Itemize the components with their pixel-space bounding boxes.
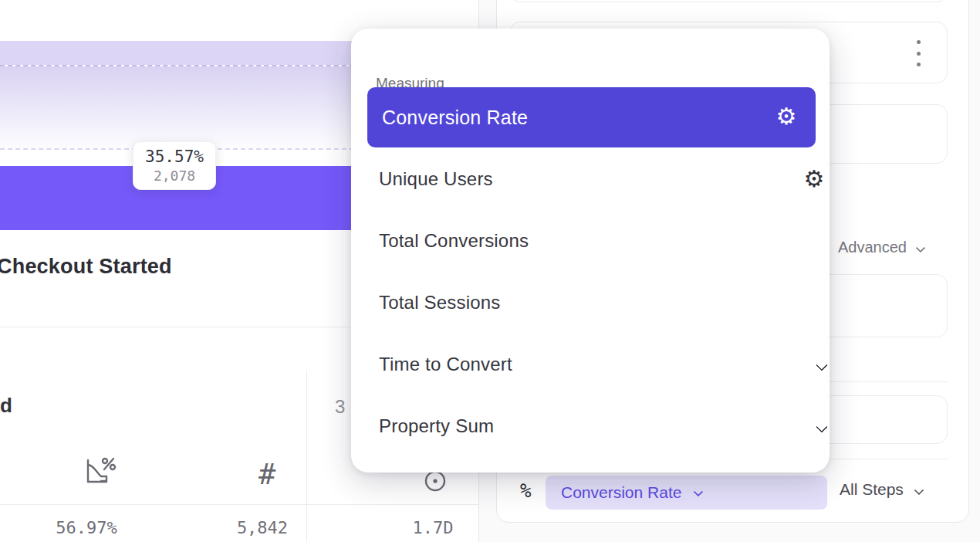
menu-item-label: Conversion Rate bbox=[382, 107, 528, 128]
menu-item-property-sum[interactable]: Property Sum bbox=[379, 395, 494, 457]
bar-tooltip: 35.57% 2,078 bbox=[133, 141, 216, 190]
percent-symbol: % bbox=[520, 480, 531, 502]
menu-item-conversion-rate[interactable]: Conversion Rate ⚙ bbox=[367, 87, 816, 147]
stat-conversion-rate: 56.97% bbox=[25, 518, 148, 537]
gear-icon[interactable]: ⚙ bbox=[801, 168, 827, 191]
kebab-menu-icon[interactable] bbox=[911, 39, 925, 67]
builder-row-card[interactable] bbox=[509, 0, 948, 2]
measurement-pill-label: Conversion Rate bbox=[561, 483, 681, 502]
chevron-down-icon bbox=[816, 334, 825, 395]
table-step-header-truncated: d bbox=[0, 394, 12, 418]
menu-item-unique-users[interactable]: Unique Users ⚙ bbox=[379, 148, 493, 210]
table-step-number: 3 bbox=[335, 396, 345, 418]
menu-item-label: Property Sum bbox=[379, 415, 494, 436]
chevron-down-icon bbox=[816, 395, 825, 457]
number-icon: # bbox=[259, 458, 275, 491]
menu-item-total-conversions[interactable]: Total Conversions bbox=[379, 210, 529, 272]
step-name-label: Checkout Started bbox=[0, 255, 172, 279]
table-column-divider bbox=[306, 371, 307, 542]
measurement-selector-pill[interactable]: Conversion Rate bbox=[546, 476, 827, 510]
steps-selector[interactable]: All Steps bbox=[840, 480, 921, 499]
measuring-dropdown: Measuring Conversion Rate ⚙ Unique Users… bbox=[351, 29, 830, 473]
table-row-divider bbox=[0, 504, 478, 505]
menu-item-label: Total Sessions bbox=[379, 292, 501, 313]
stat-count: 5,842 bbox=[201, 518, 324, 537]
conversion-rate-icon bbox=[84, 456, 117, 489]
tooltip-count: 2,078 bbox=[154, 168, 195, 184]
advanced-label: Advanced bbox=[838, 239, 907, 256]
chevron-down-icon bbox=[694, 486, 704, 496]
menu-item-time-to-convert[interactable]: Time to Convert bbox=[379, 334, 512, 395]
menu-item-label: Time to Convert bbox=[379, 354, 512, 374]
steps-selector-label: All Steps bbox=[840, 480, 904, 498]
menu-item-label: Total Conversions bbox=[379, 230, 529, 251]
gear-icon[interactable]: ⚙ bbox=[773, 105, 799, 128]
menu-item-total-sessions[interactable]: Total Sessions bbox=[379, 272, 501, 334]
stat-time-to-convert: 1.7D bbox=[371, 518, 495, 537]
menu-item-label: Unique Users bbox=[379, 168, 493, 189]
app-canvas: 35.57% 2,078 Checkout Started d 3 # bbox=[0, 0, 980, 542]
tooltip-conversion-rate: 35.57% bbox=[145, 147, 204, 166]
